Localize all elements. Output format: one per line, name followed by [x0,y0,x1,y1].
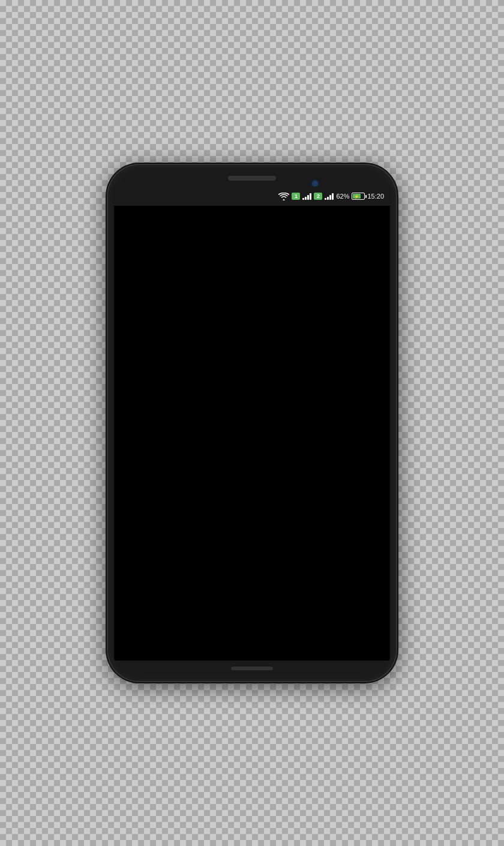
signal-bars-2 [325,193,334,200]
time-display: 15:20 [367,193,384,200]
status-icons: 1 2 62% [278,193,384,200]
battery-icon: ⚡ [352,193,365,200]
phone-speaker [228,176,276,181]
sim2-badge: 2 [314,193,322,200]
battery-percent-text: 62% [336,193,349,200]
phone-screen: 1 2 62% [114,187,390,661]
charging-icon: ⚡ [354,194,359,199]
sim1-badge: 1 [292,193,300,200]
status-bar: 1 2 62% [114,187,390,206]
phone-home-button[interactable] [231,667,273,670]
phone-camera [312,181,318,187]
phone-device: 1 2 62% [108,165,396,681]
wifi-icon [278,193,289,200]
signal-bars-1 [302,193,311,200]
